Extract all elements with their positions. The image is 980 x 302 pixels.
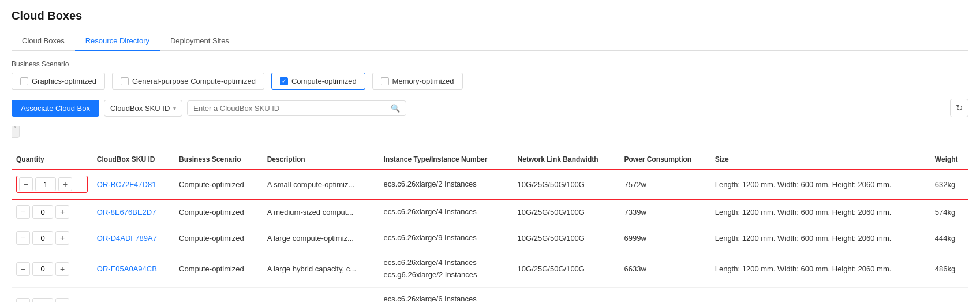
sku-link[interactable]: OR-BC72F47D81: [97, 180, 156, 189]
power-cell: 7339w: [619, 199, 710, 225]
network-cell: 10G/25G/50G/100G: [513, 287, 620, 302]
table-header-row: Quantity CloudBox SKU ID Business Scenar…: [12, 150, 968, 170]
instance-cell: ecs.c6.26xlarge/4 Instances: [379, 199, 513, 225]
checkbox-compute-label: Compute-optimized: [291, 77, 357, 85]
instance-cell: ecs.c6.26xlarge/9 Instances: [379, 225, 513, 251]
checkbox-graphics-box[interactable]: [20, 77, 28, 85]
qty-minus-button[interactable]: −: [16, 231, 30, 245]
sku-cell: OR-D4ADF789A7: [92, 225, 174, 251]
power-cell: 6633w: [619, 251, 710, 288]
checkbox-compute-box[interactable]: [280, 77, 288, 85]
network-cell: 10G/25G/50G/100G: [513, 199, 620, 225]
network-cell: 10G/25G/50G/100G: [513, 251, 620, 288]
checkbox-memory-label: Memory-optimized: [392, 77, 454, 85]
search-input-wrap: 🔍: [187, 100, 406, 116]
col-size: Size: [710, 150, 930, 170]
qty-input[interactable]: [32, 205, 53, 219]
scenario-cell: Compute-optimized: [174, 199, 263, 225]
tab-deployment-sites[interactable]: Deployment Sites: [160, 32, 240, 51]
qty-input[interactable]: [35, 177, 56, 191]
checkbox-general-box[interactable]: [121, 77, 129, 85]
instance-cell: ecs.c6.26xlarge/4 Instancesecs.g6.26xlar…: [379, 251, 513, 288]
checkbox-general[interactable]: General-purpose Compute-optimized: [112, 73, 264, 90]
description-cell: A large compute-optimiz...: [263, 225, 379, 251]
checkbox-general-label: General-purpose Compute-optimized: [132, 77, 256, 85]
sku-cell: OR-BC72F47D81: [92, 170, 174, 199]
sidebar-collapse-button[interactable]: ‹: [12, 126, 20, 138]
weight-cell: 444kg: [930, 287, 968, 302]
power-cell: 7017w: [619, 287, 710, 302]
size-cell: Length: 1200 mm. Width: 600 mm. Height: …: [710, 251, 930, 288]
tab-resource-directory[interactable]: Resource Directory: [75, 32, 160, 51]
scenario-cell: Compute-optimized: [174, 287, 263, 302]
business-scenario-label: Business Scenario: [12, 60, 968, 68]
col-description: Description: [263, 150, 379, 170]
table-row: − + OR-8E676BE2D7Compute-optimizedA medi…: [12, 199, 968, 225]
sku-cell: OR-8E676BE2D7: [92, 199, 174, 225]
col-instance: Instance Type/Instance Number: [379, 150, 513, 170]
scenario-cell: Compute-optimized: [174, 251, 263, 288]
instance-line1: ecs.c6.26xlarge/6 Instances: [384, 293, 508, 302]
size-cell: Length: 1200 mm. Width: 600 mm. Height: …: [710, 287, 930, 302]
checkbox-memory-box[interactable]: [381, 77, 389, 85]
sku-dropdown[interactable]: CloudBox SKU ID ▾: [104, 100, 182, 117]
qty-input[interactable]: [32, 231, 53, 245]
qty-plus-button[interactable]: +: [55, 205, 69, 219]
qty-input[interactable]: [32, 298, 53, 302]
refresh-button[interactable]: ↻: [950, 99, 968, 117]
description-cell: A large hybrid capacity, c...: [263, 287, 379, 302]
qty-minus-button[interactable]: −: [16, 205, 30, 219]
resource-table: Quantity CloudBox SKU ID Business Scenar…: [12, 150, 968, 302]
tab-bar: Cloud Boxes Resource Directory Deploymen…: [12, 32, 968, 51]
network-cell: 10G/25G/50G/100G: [513, 170, 620, 199]
instance-cell: ecs.c6.26xlarge/2 Instances: [379, 170, 513, 199]
power-cell: 6999w: [619, 225, 710, 251]
search-input[interactable]: [193, 104, 387, 113]
qty-minus-button[interactable]: −: [16, 262, 30, 276]
weight-cell: 486kg: [930, 251, 968, 288]
sku-link[interactable]: OR-D4ADF789A7: [97, 234, 157, 243]
col-network: Network Link Bandwidth: [513, 150, 620, 170]
quantity-cell: − +: [12, 225, 92, 251]
checkbox-graphics[interactable]: Graphics-optimized: [12, 73, 105, 90]
sku-link[interactable]: OR-E05A0A94CB: [97, 264, 157, 273]
table-row: − + OR-E05A0A94CBCompute-optimizedA larg…: [12, 251, 968, 288]
sku-link[interactable]: OR-8E676BE2D7: [97, 208, 156, 217]
chevron-down-icon: ▾: [173, 105, 176, 111]
power-cell: 7572w: [619, 170, 710, 199]
quantity-cell: − +: [12, 287, 92, 302]
tab-cloud-boxes[interactable]: Cloud Boxes: [12, 32, 75, 51]
qty-minus-button[interactable]: −: [19, 177, 33, 191]
size-cell: Length: 1200 mm. Width: 600 mm. Height: …: [710, 199, 930, 225]
sku-cell: OR-EFC36249B2: [92, 287, 174, 302]
instance-cell: ecs.c6.26xlarge/6 Instancesecs.g6.26xlar…: [379, 287, 513, 302]
checkbox-memory[interactable]: Memory-optimized: [372, 73, 463, 90]
checkbox-graphics-label: Graphics-optimized: [32, 77, 96, 85]
col-scenario: Business Scenario: [174, 150, 263, 170]
qty-minus-button[interactable]: −: [16, 298, 30, 302]
weight-cell: 444kg: [930, 225, 968, 251]
checkbox-group: Graphics-optimized General-purpose Compu…: [12, 73, 968, 90]
description-cell: A large hybrid capacity, c...: [263, 251, 379, 288]
description-cell: A medium-sized comput...: [263, 199, 379, 225]
checkbox-compute[interactable]: Compute-optimized: [271, 73, 365, 90]
qty-plus-button[interactable]: +: [55, 231, 69, 245]
table-wrap: ‹ Quantity CloudBox SKU ID Business Scen…: [12, 126, 968, 302]
qty-plus-button[interactable]: +: [55, 262, 69, 276]
qty-plus-button[interactable]: +: [55, 298, 69, 302]
network-cell: 10G/25G/50G/100G: [513, 225, 620, 251]
sku-cell: OR-E05A0A94CB: [92, 251, 174, 288]
weight-cell: 632kg: [930, 170, 968, 199]
qty-plus-button[interactable]: +: [58, 177, 72, 191]
associate-cloud-box-button[interactable]: Associate Cloud Box: [12, 100, 99, 117]
search-icon: 🔍: [391, 104, 400, 113]
quantity-cell: − +: [12, 170, 92, 199]
qty-input[interactable]: [32, 262, 53, 276]
chevron-left-icon: ‹: [14, 126, 17, 130]
quantity-cell: − +: [12, 199, 92, 225]
instance-line1: ecs.c6.26xlarge/4 Instances: [384, 257, 508, 269]
dropdown-label: CloudBox SKU ID: [110, 104, 170, 113]
table-row: − + OR-D4ADF789A7Compute-optimizedA larg…: [12, 225, 968, 251]
scenario-cell: Compute-optimized: [174, 170, 263, 199]
instance-line2: ecs.g6.26xlarge/2 Instances: [384, 269, 508, 281]
